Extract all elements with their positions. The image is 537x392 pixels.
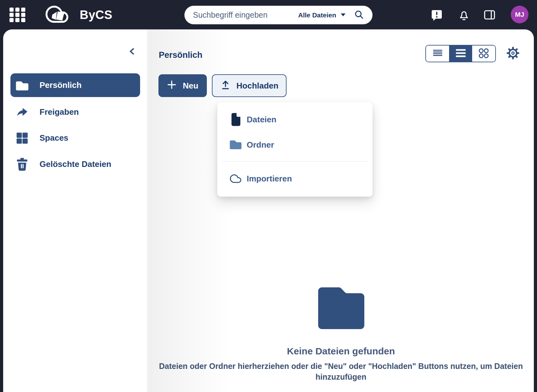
chevron-left-icon <box>129 48 135 56</box>
trash-icon <box>15 158 29 171</box>
chevron-down-icon <box>340 13 346 18</box>
empty-folder-icon <box>318 287 364 329</box>
feedback-icon <box>431 9 443 22</box>
sidebar-item-label: Spaces <box>40 133 68 143</box>
search-bar: Alle Dateien <box>184 6 373 24</box>
sidebar-item-label: Gelöschte Dateien <box>40 159 111 169</box>
folder-icon <box>15 80 29 91</box>
file-icon <box>229 112 243 127</box>
menu-item-label: Importieren <box>247 174 292 184</box>
plus-icon <box>167 80 176 92</box>
empty-state-subtitle-line2: hinzuzufügen <box>148 372 534 382</box>
search-button[interactable] <box>354 10 364 21</box>
menu-divider <box>222 161 368 162</box>
empty-state-title: Keine Dateien gefunden <box>148 346 534 357</box>
sidebar-item-geloeschte-dateien[interactable]: Gelöschte Dateien <box>10 152 140 176</box>
menu-item-label: Dateien <box>247 115 276 125</box>
sidebar-item-persoenlich[interactable]: Persönlich <box>10 73 140 97</box>
sidebar-collapse-button[interactable] <box>127 46 137 57</box>
file-type-filter-dropdown[interactable]: Alle Dateien <box>298 11 346 19</box>
empty-state-subtitle-line1: Dateien oder Ordner hierherziehen oder d… <box>148 362 534 371</box>
apps-menu-button[interactable] <box>9 8 25 22</box>
cloud-logo-icon <box>39 3 75 27</box>
search-input[interactable] <box>192 10 298 20</box>
apps-grid-icon <box>9 8 25 22</box>
view-grid-button[interactable] <box>472 46 495 62</box>
view-list-button[interactable] <box>449 46 472 62</box>
user-avatar[interactable]: MJ <box>511 6 528 23</box>
view-compact-button[interactable] <box>426 46 449 62</box>
main-content: Persönlich <box>148 29 534 392</box>
search-icon <box>354 10 364 21</box>
filter-label: Alle Dateien <box>298 11 336 19</box>
list-icon <box>456 49 466 58</box>
view-toggle-group <box>425 45 496 62</box>
upload-icon <box>220 79 231 93</box>
upload-button-label: Hochladen <box>237 81 279 91</box>
menu-item-dateien[interactable]: Dateien <box>217 110 373 129</box>
avatar-initials: MJ <box>515 11 524 18</box>
compact-list-icon <box>433 50 442 58</box>
app-panel: Persönlich Freigaben <box>3 29 534 392</box>
settings-button[interactable] <box>506 46 520 60</box>
page-title: Persönlich <box>159 50 202 60</box>
share-icon <box>15 107 29 118</box>
sidebar-item-label: Freigaben <box>40 107 79 117</box>
sidebar-item-freigaben[interactable]: Freigaben <box>10 100 140 124</box>
notifications-button[interactable] <box>457 8 471 22</box>
sidebar-item-label: Persönlich <box>40 80 82 90</box>
logo-text: ByCS <box>80 8 112 22</box>
bycs-logo: ByCS <box>39 3 112 27</box>
sidebar-item-spaces[interactable]: Spaces <box>10 126 140 150</box>
topbar: ByCS Alle Dateien <box>0 0 537 29</box>
new-button[interactable]: Neu <box>158 74 207 97</box>
menu-item-label: Ordner <box>247 140 274 150</box>
bell-icon <box>457 8 471 22</box>
sidebar: Persönlich Freigaben <box>3 29 148 392</box>
cloud-icon <box>229 173 243 184</box>
grid-icon <box>478 48 489 59</box>
menu-item-ordner[interactable]: Ordner <box>217 135 373 154</box>
upload-menu: Dateien Ordner <box>217 102 373 197</box>
gear-icon <box>506 46 520 61</box>
feedback-button[interactable] <box>431 9 443 22</box>
new-button-label: Neu <box>183 81 198 91</box>
menu-item-importieren[interactable]: Importieren <box>217 169 373 188</box>
layout-toggle-button[interactable] <box>483 9 496 22</box>
side-panel-icon <box>483 9 496 22</box>
folder-icon <box>229 140 243 150</box>
upload-button[interactable]: Hochladen <box>212 74 287 97</box>
bycs-drive-app: ByCS Alle Dateien <box>0 0 537 392</box>
spaces-grid-icon <box>15 132 29 144</box>
